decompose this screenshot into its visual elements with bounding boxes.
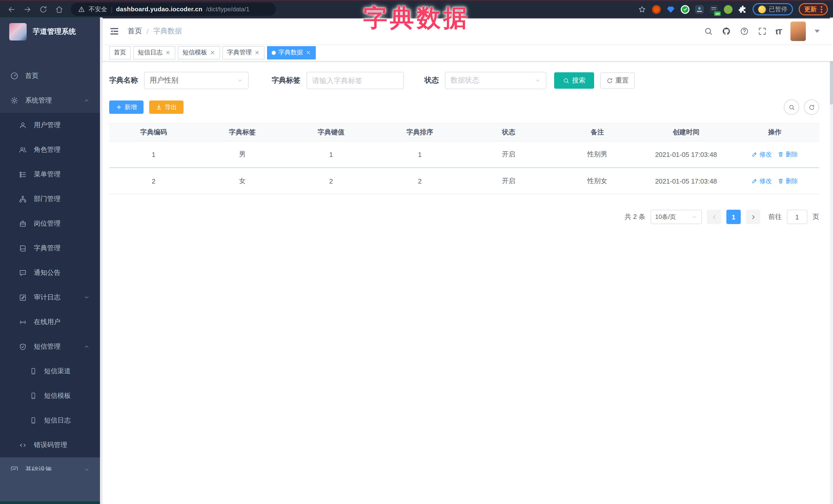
- sidebar-item-post-mgmt[interactable]: 岗位管理: [0, 211, 100, 236]
- next-page-button[interactable]: [746, 210, 760, 224]
- search-icon[interactable]: [704, 27, 713, 36]
- tab-dict-mgmt[interactable]: 字典管理: [222, 46, 264, 59]
- sidebar-item-dept-mgmt[interactable]: 部门管理: [0, 187, 100, 211]
- close-icon[interactable]: [254, 50, 260, 55]
- sidebar-top-divider: [0, 18, 102, 19]
- url-path: /dict/type/data/1: [206, 6, 249, 13]
- back-icon[interactable]: [7, 5, 16, 14]
- table-toolbar: 新增 导出: [109, 100, 819, 114]
- reset-button[interactable]: 重置: [600, 72, 635, 89]
- reload-icon[interactable]: [39, 5, 48, 14]
- refresh-button[interactable]: [804, 99, 819, 115]
- delete-link[interactable]: 删除: [778, 177, 798, 185]
- sidebar-item-user-mgmt[interactable]: 用户管理: [0, 113, 100, 137]
- page-size-value: 10条/页: [655, 213, 676, 221]
- users-icon: [19, 146, 27, 153]
- sidebar-item-label: 岗位管理: [34, 219, 61, 228]
- audit-log-icon: [19, 293, 27, 301]
- status-select[interactable]: 数据状态: [445, 72, 546, 89]
- avatar-caret-icon[interactable]: [814, 30, 820, 33]
- sidebar-collapse-icon[interactable]: [109, 26, 119, 37]
- browser-update-button[interactable]: 更新: [799, 3, 828, 16]
- tab-dict-data[interactable]: 字典数据: [267, 46, 316, 59]
- puzzle-extension-icon[interactable]: [738, 5, 747, 14]
- url-separator: |: [111, 5, 113, 13]
- tab-label: 字典管理: [227, 48, 252, 57]
- sidebar-item-label: 短信日志: [44, 416, 71, 425]
- tab-sms-template[interactable]: 短信模板: [178, 46, 220, 59]
- sidebar-item-sms-template[interactable]: 短信模板: [0, 384, 100, 408]
- sidebar-item-home[interactable]: 首页: [0, 64, 100, 88]
- delete-link[interactable]: 删除: [778, 150, 798, 159]
- blue-gem-extension-icon[interactable]: [666, 5, 675, 14]
- search-button[interactable]: 搜索: [554, 72, 594, 89]
- add-button[interactable]: 新增: [109, 100, 144, 114]
- sidebar-item-error-code[interactable]: 错误码管理: [0, 433, 100, 457]
- sidebar-item-notice[interactable]: 通知公告: [0, 261, 100, 285]
- delete-link-label: 删除: [786, 150, 798, 159]
- font-size-icon[interactable]: tT: [776, 27, 782, 35]
- edit-link-label: 修改: [759, 150, 772, 159]
- cell-code: 1: [109, 142, 198, 167]
- sidebar-item-menu-mgmt[interactable]: 菜单管理: [0, 162, 100, 187]
- reset-button-label: 重置: [615, 76, 629, 85]
- orange-circle-extension-icon[interactable]: [652, 5, 661, 14]
- table-header: 操作: [731, 124, 819, 141]
- home-icon[interactable]: [55, 5, 64, 14]
- breadcrumb-home[interactable]: 首页: [128, 27, 142, 36]
- window-scrollbar[interactable]: [830, 18, 833, 504]
- tab-sms-log[interactable]: 短信日志: [133, 46, 175, 59]
- dict-label-input[interactable]: [312, 76, 398, 85]
- github-icon[interactable]: [722, 27, 731, 36]
- current-page-button[interactable]: 1: [727, 210, 741, 224]
- status-placeholder: 数据状态: [451, 76, 479, 85]
- menu-list-icon: [19, 170, 27, 178]
- table-header: 创建时间: [642, 124, 731, 141]
- green-figure-extension-icon[interactable]: [724, 5, 733, 14]
- sidebar-item-dict-mgmt[interactable]: 字典管理: [0, 236, 100, 261]
- screenshot-root: 不安全 | dashboard.yudao.iocoder.cn/dict/ty…: [0, 0, 833, 504]
- help-icon[interactable]: [740, 27, 749, 36]
- forward-icon[interactable]: [23, 5, 32, 14]
- sidebar-item-audit-log[interactable]: 审计日志: [0, 285, 100, 310]
- paused-extension-pill[interactable]: 已暂停: [753, 3, 793, 16]
- close-icon[interactable]: [165, 50, 171, 55]
- dict-name-select[interactable]: 用户性别: [144, 72, 248, 89]
- on-badge: on: [714, 11, 721, 16]
- sidebar-item-sms-mgmt[interactable]: 短信管理: [0, 334, 100, 359]
- sidebar-item-system[interactable]: 系统管理: [0, 88, 100, 113]
- sliders-extension-icon[interactable]: [695, 5, 704, 14]
- sidebar-item-sms-channel[interactable]: 短信渠道: [0, 359, 100, 384]
- avatar[interactable]: [790, 22, 806, 41]
- edit-link[interactable]: 修改: [752, 150, 772, 159]
- sidebar-item-label: 短信渠道: [44, 367, 71, 376]
- table-row: 1 男 1 1 开启 性别男 2021-01-05 17:03:48 修改: [109, 142, 819, 168]
- tab-home[interactable]: 首页: [109, 46, 131, 59]
- bookmark-star-icon[interactable]: [638, 5, 646, 14]
- export-button[interactable]: 导出: [149, 100, 184, 114]
- toggle-search-button[interactable]: [784, 99, 799, 115]
- fullscreen-icon[interactable]: [758, 27, 767, 36]
- chevron-down-icon: [535, 77, 541, 83]
- prev-page-button[interactable]: [707, 210, 721, 224]
- status-label: 状态: [425, 76, 439, 85]
- page-size-select[interactable]: 10条/页: [650, 210, 702, 224]
- browser-chrome: 不安全 | dashboard.yudao.iocoder.cn/dict/ty…: [0, 0, 833, 18]
- sidebar-item-sms-log[interactable]: 短信日志: [0, 408, 100, 433]
- address-bar[interactable]: 不安全 | dashboard.yudao.iocoder.cn/dict/ty…: [71, 3, 276, 16]
- paused-badge-label: 已暂停: [769, 5, 787, 14]
- dark-toggle-extension-icon[interactable]: on: [710, 5, 718, 14]
- goto-page-input[interactable]: [787, 210, 807, 224]
- edit-link[interactable]: 修改: [752, 177, 772, 185]
- green-check-extension-icon[interactable]: [681, 5, 689, 14]
- close-icon[interactable]: [210, 50, 215, 55]
- app-logo-row[interactable]: 芋道管理系统: [0, 18, 102, 46]
- close-icon[interactable]: [306, 50, 311, 55]
- sidebar-item-online-users[interactable]: 在线用户: [0, 310, 100, 334]
- sidebar-scrollbar[interactable]: [100, 18, 102, 504]
- browser-menu-dots-icon[interactable]: [821, 6, 822, 13]
- code-icon: [19, 441, 27, 449]
- breadcrumb-current: 字典数据: [153, 27, 182, 36]
- edit-link-label: 修改: [759, 177, 772, 185]
- sidebar-item-role-mgmt[interactable]: 角色管理: [0, 137, 100, 162]
